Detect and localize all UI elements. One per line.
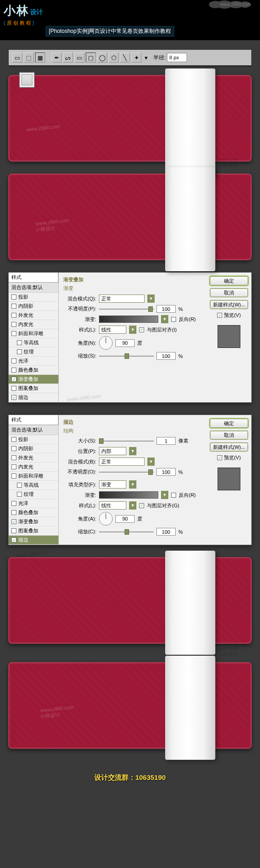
style-item[interactable]: 光泽 [9,357,58,366]
new-style-button[interactable]: 新建样式(W)... [210,442,248,452]
style-item[interactable]: 描边 [9,393,58,402]
style-item[interactable]: 斜面和浮雕 [9,329,58,338]
style-item[interactable]: 内阴影 [9,302,58,311]
preview-checkbox[interactable] [217,313,222,318]
align-checkbox[interactable] [139,503,144,508]
style-item[interactable]: 颜色叠加 [9,508,58,517]
rect-shape-icon[interactable]: ▭ [12,53,22,63]
fill-type-select[interactable]: 渐变 [99,480,126,489]
style-checkbox[interactable] [11,446,16,451]
style-item[interactable]: 图案叠加 [9,526,58,536]
dropdown-arrow-icon[interactable]: ▾ [143,53,149,63]
style-checkbox[interactable] [11,437,16,442]
style-checkbox[interactable] [11,455,16,460]
pen-icon[interactable]: ✒ [52,53,62,63]
dropdown-icon[interactable]: ▼ [147,295,155,303]
style-item[interactable]: 斜面和浮雕 [9,472,58,481]
style-item[interactable]: 等高线 [9,481,58,490]
style-item[interactable]: 渐变叠加 [9,375,58,384]
dropdown-icon[interactable]: ▼ [161,491,168,499]
style-select[interactable]: 线性 [99,326,126,334]
dropdown-icon[interactable]: ▼ [129,501,136,510]
pixel-shape-icon[interactable]: ▦ [35,53,45,63]
dropdown-icon[interactable]: ▼ [161,315,168,323]
freeform-pen-icon[interactable]: ᔕ [63,53,73,63]
style-item[interactable]: 外发光 [9,311,58,320]
style-checkbox[interactable] [11,386,16,391]
angle-input[interactable] [115,339,135,347]
opacity-slider[interactable] [99,306,154,312]
style-checkbox[interactable] [11,528,16,533]
rect-tool-icon[interactable]: ▭ [74,53,84,63]
style-checkbox[interactable] [11,295,16,300]
style-item[interactable]: 纹理 [9,490,58,499]
angle-dial[interactable] [99,512,113,526]
style-item[interactable]: 纹理 [9,347,58,357]
style-item[interactable]: 光泽 [9,499,58,508]
dropdown-icon[interactable]: ▼ [147,458,155,466]
path-shape-icon[interactable]: ⬚ [24,53,34,63]
blend-mode-select[interactable]: 正常 [99,295,145,303]
size-slider[interactable] [99,438,154,444]
opacity-input[interactable] [156,305,176,313]
style-checkbox[interactable] [11,358,16,363]
style-item[interactable]: 渐变叠加 [9,517,58,526]
ok-button[interactable]: 确定 [210,419,248,428]
reverse-checkbox[interactable] [171,317,176,322]
ellipse-tool-icon[interactable]: ◯ [97,53,107,63]
style-checkbox[interactable] [11,464,16,469]
style-item[interactable]: 描边 [9,536,58,545]
gradient-swatch[interactable] [99,316,158,323]
scale-slider[interactable] [99,529,154,535]
style-checkbox[interactable] [11,322,16,327]
custom-shape-icon[interactable]: ✦ [131,53,141,63]
style-item[interactable]: 投影 [9,293,58,302]
dropdown-icon[interactable]: ▼ [129,447,136,455]
style-checkbox[interactable] [17,340,22,345]
position-select[interactable]: 内部 [99,447,126,455]
angle-dial[interactable] [99,336,113,350]
scale-input[interactable] [156,352,176,360]
style-checkbox[interactable] [11,313,16,318]
style-checkbox[interactable] [17,349,22,354]
rounded-rect-tool-icon[interactable]: ▢ [86,53,96,63]
style-checkbox[interactable] [11,304,16,309]
style-item[interactable]: 内发光 [9,463,58,472]
ok-button[interactable]: 确定 [210,276,248,285]
style-item[interactable]: 内发光 [9,320,58,329]
blend-mode-select[interactable]: 正常 [99,458,145,466]
dropdown-icon[interactable]: ▼ [129,480,136,489]
style-checkbox[interactable] [17,483,22,488]
reverse-checkbox[interactable] [171,493,176,498]
style-checkbox[interactable] [17,492,22,497]
style-item[interactable]: 内阴影 [9,444,58,453]
radius-input[interactable] [167,53,187,62]
style-checkbox[interactable] [11,368,16,373]
line-tool-icon[interactable]: ╲ [120,53,130,63]
size-input[interactable] [156,437,176,445]
gradient-swatch[interactable] [99,491,158,499]
style-select[interactable]: 线性 [99,501,126,510]
scale-input[interactable] [156,528,176,536]
style-checkbox[interactable] [11,395,16,400]
opacity-input[interactable] [156,468,176,476]
scale-slider[interactable] [99,353,154,359]
style-checkbox[interactable] [11,331,16,336]
polygon-tool-icon[interactable]: ⬠ [109,53,119,63]
blend-options-header[interactable]: 混合选项:默认 [9,425,58,435]
cancel-button[interactable]: 取消 [210,431,248,440]
dropdown-icon[interactable]: ▼ [129,326,136,334]
cancel-button[interactable]: 取消 [210,288,248,297]
style-item[interactable]: 图案叠加 [9,384,58,393]
style-item[interactable]: 投影 [9,435,58,444]
style-checkbox[interactable] [11,510,16,515]
style-checkbox[interactable] [11,519,16,524]
style-checkbox[interactable] [11,537,16,542]
blend-options-header[interactable]: 混合选项:默认 [9,283,58,293]
style-item[interactable]: 颜色叠加 [9,366,58,375]
angle-input[interactable] [115,515,135,523]
style-checkbox[interactable] [11,473,16,479]
style-item[interactable]: 外发光 [9,453,58,463]
style-checkbox[interactable] [11,501,16,506]
preview-checkbox[interactable] [217,455,222,460]
